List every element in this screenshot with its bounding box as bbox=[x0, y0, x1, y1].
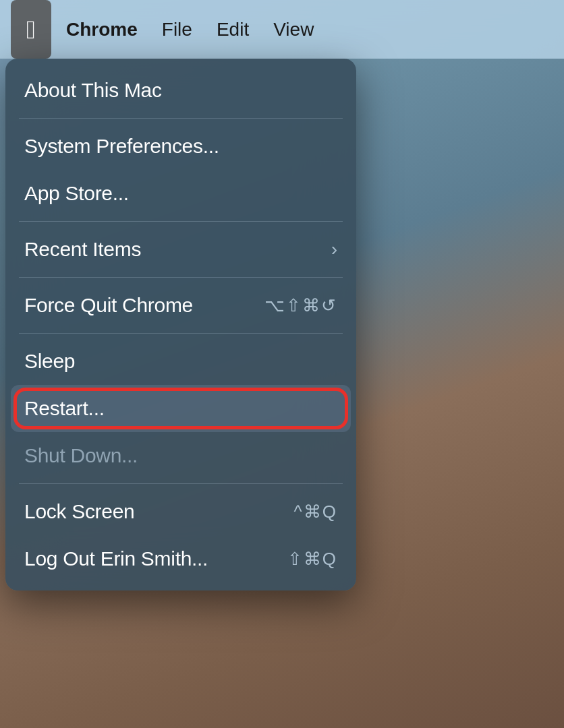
menu-bar:  Chrome File Edit View bbox=[0, 0, 564, 59]
force-quit-shortcut: ⌥⇧⌘↺ bbox=[264, 295, 337, 316]
menu-item-force-quit[interactable]: Force Quit Chrome ⌥⇧⌘↺ bbox=[5, 282, 356, 329]
apple-logo-icon:  bbox=[26, 17, 36, 42]
separator-3 bbox=[19, 277, 343, 278]
menu-bar-items: Chrome File Edit View bbox=[54, 0, 326, 59]
chevron-right-icon: › bbox=[331, 239, 337, 260]
menu-item-system-prefs[interactable]: System Preferences... bbox=[5, 123, 356, 170]
menu-bar-file[interactable]: File bbox=[150, 0, 204, 59]
separator-5 bbox=[19, 483, 343, 484]
menu-item-app-store[interactable]: App Store... bbox=[5, 170, 356, 217]
apple-menu-button[interactable]:  bbox=[11, 0, 51, 59]
menu-item-lock-screen[interactable]: Lock Screen ^⌘Q bbox=[5, 488, 356, 535]
menu-item-log-out[interactable]: Log Out Erin Smith... ⇧⌘Q bbox=[5, 535, 356, 582]
menu-item-shut-down[interactable]: Shut Down... bbox=[5, 432, 356, 479]
separator-2 bbox=[19, 221, 343, 222]
menu-item-about[interactable]: About This Mac bbox=[5, 67, 356, 114]
menu-bar-view[interactable]: View bbox=[261, 0, 326, 59]
separator-1 bbox=[19, 118, 343, 119]
separator-4 bbox=[19, 333, 343, 334]
menu-item-recent-items[interactable]: Recent Items › bbox=[5, 226, 356, 273]
menu-item-sleep[interactable]: Sleep bbox=[5, 338, 356, 385]
menu-item-restart[interactable]: Restart... bbox=[11, 385, 351, 432]
menu-bar-edit[interactable]: Edit bbox=[204, 0, 261, 59]
lock-screen-shortcut: ^⌘Q bbox=[294, 502, 337, 522]
menu-bar-chrome[interactable]: Chrome bbox=[54, 0, 150, 59]
log-out-shortcut: ⇧⌘Q bbox=[287, 549, 337, 570]
apple-dropdown-menu: About This Mac System Preferences... App… bbox=[5, 59, 356, 590]
